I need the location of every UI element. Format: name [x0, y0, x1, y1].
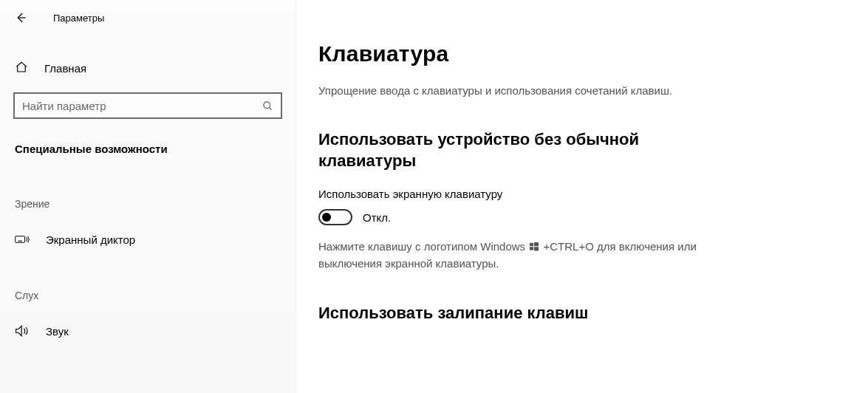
toggle-knob — [322, 213, 331, 222]
windows-logo-icon — [530, 239, 539, 256]
svg-rect-2 — [530, 243, 533, 246]
window-title: Параметры — [53, 13, 104, 24]
narrator-icon — [15, 232, 30, 247]
sidebar-item-sound[interactable]: Звук — [0, 313, 295, 349]
search-box[interactable] — [13, 92, 282, 119]
search-icon — [262, 100, 273, 112]
home-icon — [15, 61, 28, 76]
osk-hint-before: Нажмите клавишу с логотипом Windows — [318, 240, 528, 253]
sidebar-item-sound-label: Звук — [46, 325, 69, 338]
osk-hint: Нажмите клавишу с логотипом Windows +CTR… — [318, 239, 747, 272]
sidebar-category[interactable]: Специальные возможности — [0, 129, 295, 165]
sidebar-item-narrator-label: Экранный диктор — [46, 233, 135, 246]
osk-toggle[interactable] — [318, 209, 352, 225]
sidebar-home-label: Главная — [44, 62, 86, 75]
section-heading-sticky: Использовать залипание клавиш — [318, 303, 732, 324]
svg-point-0 — [263, 101, 270, 108]
osk-setting-label: Использовать экранную клавиатуру — [318, 188, 838, 200]
sidebar-item-narrator[interactable]: Экранный диктор — [0, 222, 295, 257]
osk-toggle-state: Откл. — [363, 211, 391, 224]
back-arrow-icon — [14, 11, 27, 24]
section-heading-osk: Использовать устройство без обычной клав… — [318, 129, 732, 171]
svg-rect-1 — [16, 236, 25, 243]
sidebar-group-label-vision: Зрение — [0, 183, 295, 214]
page-subtitle: Упрощение ввода с клавиатуры и использов… — [318, 84, 838, 97]
svg-rect-4 — [530, 247, 533, 250]
svg-rect-5 — [534, 247, 539, 250]
page-title: Клавиатура — [318, 41, 838, 66]
sidebar-home[interactable]: Главная — [0, 53, 295, 83]
speaker-icon — [15, 324, 30, 338]
svg-rect-3 — [534, 242, 539, 246]
search-wrap — [13, 92, 282, 119]
osk-toggle-row: Откл. — [318, 209, 838, 225]
content: Клавиатура Упрощение ввода с клавиатуры … — [295, 0, 868, 393]
topbar: Параметры — [0, 0, 295, 35]
back-button[interactable] — [12, 9, 30, 27]
search-input[interactable] — [22, 100, 262, 112]
sidebar: Параметры Главная Специальные возможност… — [0, 0, 295, 393]
sidebar-group-label-hearing: Слух — [0, 275, 295, 306]
